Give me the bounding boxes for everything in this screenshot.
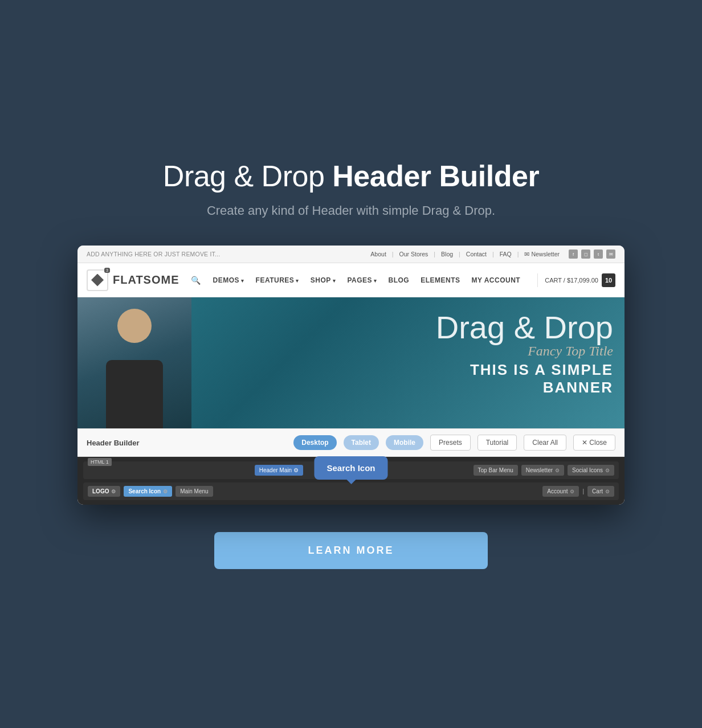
- logo-icon: 3: [87, 269, 108, 291]
- topbar-link-contact[interactable]: Contact: [466, 251, 487, 257]
- banner-main-title: Drag & Drop: [436, 312, 613, 343]
- banner-subtitle: THIS IS A SIMPLEBANNER: [436, 361, 613, 396]
- hb-mobile-btn[interactable]: Mobile: [386, 435, 423, 450]
- nav-cart[interactable]: CART / $17,099.00 10: [537, 273, 615, 287]
- topbar-link-ourstores[interactable]: Our Stores: [399, 251, 428, 257]
- nav-link-elements[interactable]: ELEMENTS: [415, 276, 466, 284]
- person-silhouette: [77, 297, 191, 428]
- hb-mainmenu-element[interactable]: Main Menu: [176, 486, 213, 497]
- cart-label: CART / $17,099.00: [545, 277, 598, 284]
- cart-badge: 10: [602, 273, 615, 287]
- hb-newsletter-element[interactable]: Newsletter ⚙: [521, 465, 564, 476]
- browser-window: ADD ANYTHING HERE OR JUST REMOVE IT... A…: [77, 246, 625, 505]
- topbar-right: About | Our Stores | Blog | Contact | FA…: [370, 250, 615, 259]
- hb-topmenu-element[interactable]: Top Bar Menu: [474, 465, 518, 476]
- nav-link-demos[interactable]: DEMOS: [207, 276, 250, 284]
- hb-clearall-btn[interactable]: Clear All: [524, 435, 566, 451]
- topbar-link-about[interactable]: About: [370, 251, 386, 257]
- hb-title: Header Builder: [87, 439, 139, 447]
- topbar-link-blog[interactable]: Blog: [441, 251, 453, 257]
- search-icon-tooltip: Search Icon: [314, 456, 387, 480]
- hero-title-bold: Header Builder: [332, 159, 539, 193]
- instagram-icon[interactable]: ◻: [581, 250, 590, 259]
- hb-account-element[interactable]: Account ⚙: [542, 486, 579, 497]
- logo-area: 3 FLATSOME: [87, 269, 179, 291]
- banner-fancy-title: Fancy Top Title: [436, 343, 613, 359]
- banner-text: Drag & Drop Fancy Top Title THIS IS A SI…: [436, 312, 613, 396]
- hb-row-header-main: Search Icon LOGO ⚙ Search Icon ⚙ Main Me…: [83, 482, 619, 500]
- twitter-icon[interactable]: t: [594, 250, 603, 259]
- facebook-icon[interactable]: f: [569, 250, 578, 259]
- topbar: ADD ANYTHING HERE OR JUST REMOVE IT... A…: [77, 246, 625, 263]
- html1-badge: HTML 1: [88, 458, 112, 466]
- header-builder-bar: Header Builder Desktop Tablet Mobile Pre…: [77, 428, 625, 457]
- main-nav: 3 FLATSOME 🔍 DEMOS FEATURES SHOP PAGES B…: [77, 263, 625, 297]
- nav-link-features[interactable]: FEATURES: [250, 276, 305, 284]
- hb-close-btn[interactable]: ✕ Close: [573, 435, 615, 451]
- logo-diamond: [91, 274, 104, 287]
- email-icon[interactable]: ✉: [606, 250, 615, 259]
- hb-cart-element[interactable]: Cart ⚙: [587, 486, 614, 497]
- topbar-left-text: ADD ANYTHING HERE OR JUST REMOVE IT...: [87, 251, 220, 257]
- nav-link-blog[interactable]: BLOG: [383, 276, 415, 284]
- nav-right: CART / $17,099.00 10: [533, 273, 615, 287]
- hb-tablet-btn[interactable]: Tablet: [344, 435, 379, 450]
- nav-search-icon[interactable]: 🔍: [191, 276, 201, 285]
- hb-searchicon-element[interactable]: Search Icon ⚙: [124, 486, 172, 497]
- logo-text[interactable]: FLATSOME: [113, 273, 179, 287]
- topbar-newsletter[interactable]: ✉ Newsletter: [524, 251, 560, 257]
- hb-desktop-btn[interactable]: Desktop: [293, 435, 336, 450]
- page-wrapper: Drag & Drop Header Builder Create any ki…: [43, 159, 659, 569]
- nav-link-shop[interactable]: SHOP: [305, 276, 342, 284]
- tooltip-text: Search Icon: [326, 463, 375, 473]
- hb-tutorial-btn[interactable]: Tutorial: [477, 435, 517, 451]
- hb-rows: HTML 1 Header Main ⚙ Top Bar Menu Newsle…: [77, 457, 625, 505]
- nav-link-pages[interactable]: PAGES: [341, 276, 382, 284]
- hb-social-element[interactable]: Social Icons ⚙: [568, 465, 614, 476]
- hero-subtitle: Create any kind of Header with simple Dr…: [207, 203, 495, 218]
- banner-person: [77, 297, 191, 428]
- hero-title-normal: Drag & Drop: [163, 159, 332, 193]
- learn-more-button[interactable]: LEARN MORE: [214, 532, 488, 569]
- topbar-link-faq[interactable]: FAQ: [500, 251, 512, 257]
- nav-links: DEMOS FEATURES SHOP PAGES BLOG ELEMENTS …: [207, 276, 533, 284]
- nav-link-myaccount[interactable]: MY ACCOUNT: [466, 276, 526, 284]
- hb-logo-element[interactable]: LOGO ⚙: [88, 486, 120, 497]
- topbar-social-icons: f ◻ t ✉: [569, 250, 615, 259]
- hb-row-label-header-main-above: Header Main ⚙: [255, 465, 303, 476]
- person-body: [106, 360, 163, 428]
- cursor-hand: ☛: [338, 497, 365, 505]
- banner-area: Drag & Drop Fancy Top Title THIS IS A SI…: [77, 297, 625, 428]
- person-head: [117, 309, 152, 343]
- logo-badge: 3: [104, 268, 110, 273]
- hb-presets-btn[interactable]: Presets: [430, 435, 471, 451]
- hero-title: Drag & Drop Header Builder: [163, 159, 539, 193]
- hb-separator: |: [582, 488, 584, 494]
